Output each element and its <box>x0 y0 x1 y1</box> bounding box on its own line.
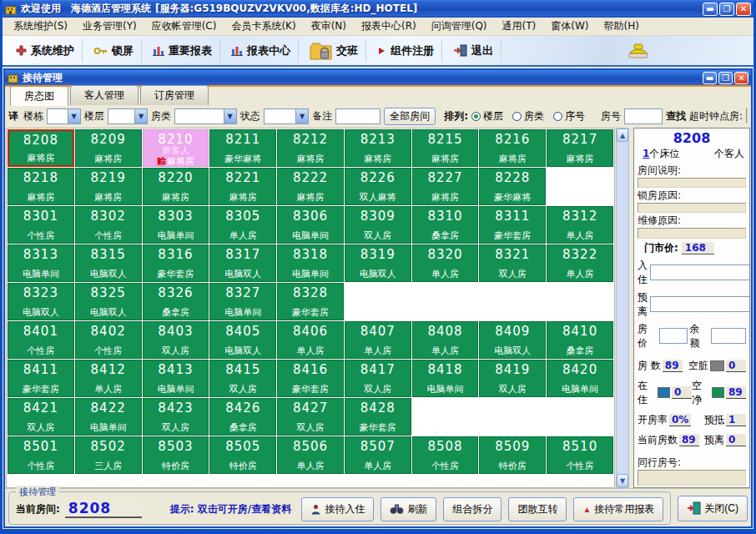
close-icon[interactable]: ✕ <box>736 3 751 16</box>
all-rooms-button[interactable]: 全部房间 <box>384 108 436 125</box>
common-reports-button[interactable]: ▲接待常用报表 <box>573 497 663 521</box>
scroll-down-icon[interactable]: ▼ <box>617 474 628 487</box>
lock-reason-field[interactable] <box>638 203 746 213</box>
room-cell-8502[interactable]: 8502三人房 <box>75 436 142 474</box>
tab-guest-mgmt[interactable]: 客人管理 <box>70 85 139 105</box>
room-cell-8318[interactable]: 8318电脑单间 <box>277 244 344 282</box>
room-cell-8218[interactable]: 8218麻将房 <box>8 168 74 205</box>
room-cell-8328[interactable]: 8328豪华套房 <box>277 283 344 320</box>
room-cell-8222[interactable]: 8222麻将房 <box>277 168 344 205</box>
menu-item-window[interactable]: 窗体(W) <box>543 18 596 35</box>
sort-option-2[interactable]: 序号 <box>553 109 585 123</box>
room-cell-8302[interactable]: 8302个性房 <box>75 206 142 244</box>
room-cell-8213[interactable]: 8213麻将房 <box>345 129 411 167</box>
tab-booking-mgmt[interactable]: 订房管理 <box>140 85 209 105</box>
minimize-icon[interactable]: ▬ <box>703 3 718 16</box>
room-cell-8419[interactable]: 8419双人房 <box>479 360 546 397</box>
room-cell-8408[interactable]: 8408单人房 <box>412 321 479 359</box>
combo-building[interactable]: ▼ <box>47 108 81 124</box>
room-cell-8410[interactable]: 8410桑拿房 <box>547 321 613 359</box>
room-cell-8418[interactable]: 8418电脑单间 <box>412 360 479 397</box>
room-cell-8315[interactable]: 8315电脑双人 <box>75 244 142 282</box>
room-cell-8228[interactable]: 8228豪华麻将 <box>479 168 546 205</box>
room-cell-8405[interactable]: 8405电脑双人 <box>209 321 276 359</box>
combo-floor[interactable]: ▼ <box>108 108 148 124</box>
search-button[interactable]: 查找 <box>666 109 686 123</box>
room-cell-8209[interactable]: 8209麻将房 <box>75 129 142 167</box>
note-input[interactable] <box>335 108 381 124</box>
room-cell-8428[interactable]: 8428豪华套房 <box>345 398 411 436</box>
room-cell-8322[interactable]: 8322单人房 <box>547 244 613 282</box>
room-cell-8317[interactable]: 8317电脑双人 <box>209 244 276 282</box>
room-cell-8427[interactable]: 8427双人房 <box>277 398 344 436</box>
room-cell-8327[interactable]: 8327电脑单间 <box>209 283 276 320</box>
room-cell-8215[interactable]: 8215麻将房 <box>412 129 479 167</box>
grid-scrollbar[interactable]: ▲ ▼ <box>616 128 629 488</box>
room-cell-8325[interactable]: 8325电脑双人 <box>75 283 142 320</box>
room-cell-8508[interactable]: 8508个性房 <box>412 436 479 474</box>
scroll-up-icon[interactable]: ▲ <box>617 128 628 142</box>
room-cell-8407[interactable]: 8407单人房 <box>345 321 411 359</box>
room-cell-8415[interactable]: 8415双人房 <box>209 360 276 397</box>
maximize-icon[interactable]: ❐ <box>719 3 734 16</box>
menu-item-night-audit[interactable]: 夜审(N) <box>304 18 354 35</box>
room-cell-8412[interactable]: 8412单人房 <box>75 360 142 397</box>
room-cell-8221[interactable]: 8221麻将房 <box>209 168 276 205</box>
menu-item-business-mgmt[interactable]: 业务管理(Y) <box>75 18 144 35</box>
room-cell-8503[interactable]: 8503特价房 <box>143 436 209 474</box>
room-cell-8326[interactable]: 8326桑拿房 <box>143 283 209 320</box>
room-cell-8421[interactable]: 8421双人房 <box>8 398 74 436</box>
sort-option-1[interactable]: 房类 <box>512 109 544 123</box>
menu-item-general[interactable]: 通用(T) <box>495 18 544 35</box>
room-cell-8210[interactable]: 8210新客人赊麻将房 <box>143 129 209 167</box>
checkin-button[interactable]: 接待入住 <box>301 497 374 521</box>
rate-input[interactable] <box>659 328 688 344</box>
room-cell-8306[interactable]: 8306电脑单间 <box>277 206 344 244</box>
room-cell-8217[interactable]: 8217麻将房 <box>547 129 613 167</box>
inner-close-icon[interactable]: ✕ <box>734 72 748 84</box>
toolbar-button-report-center[interactable]: 报表中心 <box>223 39 299 63</box>
room-cell-8402[interactable]: 8402个性房 <box>75 321 142 359</box>
inner-minimize-icon[interactable]: ▬ <box>703 72 717 84</box>
balance-input[interactable] <box>711 328 746 344</box>
tab-room-status[interactable]: 房态图 <box>10 85 68 106</box>
room-cell-8323[interactable]: 8323电脑双人 <box>8 283 74 320</box>
menu-item-member-card[interactable]: 会员卡系统(K) <box>224 18 303 35</box>
room-cell-8320[interactable]: 8320单人房 <box>412 244 479 282</box>
room-cell-8309[interactable]: 8309双人房 <box>345 206 411 244</box>
room-cell-8316[interactable]: 8316豪华套房 <box>143 244 209 282</box>
room-cell-8510[interactable]: 8510个性房 <box>547 436 613 474</box>
menu-item-system-maintain[interactable]: 系统维护(S) <box>6 18 75 35</box>
checkin-input[interactable] <box>650 264 750 280</box>
combo-status[interactable]: ▼ <box>264 108 310 124</box>
room-cell-8409[interactable]: 8409电脑双人 <box>479 321 546 359</box>
sort-option-0[interactable]: 楼层 <box>471 109 503 123</box>
room-cell-8507[interactable]: 8507单人房 <box>345 436 411 474</box>
room-cell-8312[interactable]: 8312单人房 <box>547 206 613 244</box>
room-cell-8417[interactable]: 8417双人房 <box>345 360 411 397</box>
toolbar-button-component-register[interactable]: 组件注册 <box>369 39 442 63</box>
room-cell-8420[interactable]: 8420电脑单间 <box>547 360 613 397</box>
room-cell-8211[interactable]: 8211豪华麻将 <box>209 129 276 167</box>
room-cell-8226[interactable]: 8226双人麻将 <box>345 168 411 205</box>
room-cell-8321[interactable]: 8321双人房 <box>479 244 546 282</box>
combine-split-button[interactable]: 组合拆分 <box>443 497 501 521</box>
close-window-button[interactable]: 关闭(C) <box>678 496 748 521</box>
checkout-input[interactable] <box>650 296 750 312</box>
toolbar-button-exit[interactable]: 退出 <box>445 39 501 63</box>
group-transfer-button[interactable]: 团散互转 <box>508 497 567 521</box>
room-cell-8505[interactable]: 8505特价房 <box>209 436 276 474</box>
room-cell-8220[interactable]: 8220麻将房 <box>143 168 209 205</box>
menu-item-receivable-mgmt[interactable]: 应收帐管理(C) <box>144 18 224 35</box>
inner-maximize-icon[interactable]: ❐ <box>718 72 733 84</box>
room-cell-8208[interactable]: 8208麻将房 <box>8 129 74 167</box>
room-no-input[interactable] <box>624 108 663 124</box>
room-cell-8212[interactable]: 8212麻将房 <box>277 129 344 167</box>
toolbar-button-important-reports[interactable]: 重要报表 <box>144 39 220 63</box>
room-cell-8406[interactable]: 8406单人房 <box>277 321 344 359</box>
menu-item-help[interactable]: 帮助(H) <box>596 18 646 35</box>
room-cell-8305[interactable]: 8305单人房 <box>209 206 276 244</box>
toolbar-button-lock-screen[interactable]: 锁屏 <box>85 39 142 63</box>
room-cell-8426[interactable]: 8426桑拿房 <box>209 398 276 436</box>
room-cell-8416[interactable]: 8416豪华套房 <box>277 360 344 397</box>
